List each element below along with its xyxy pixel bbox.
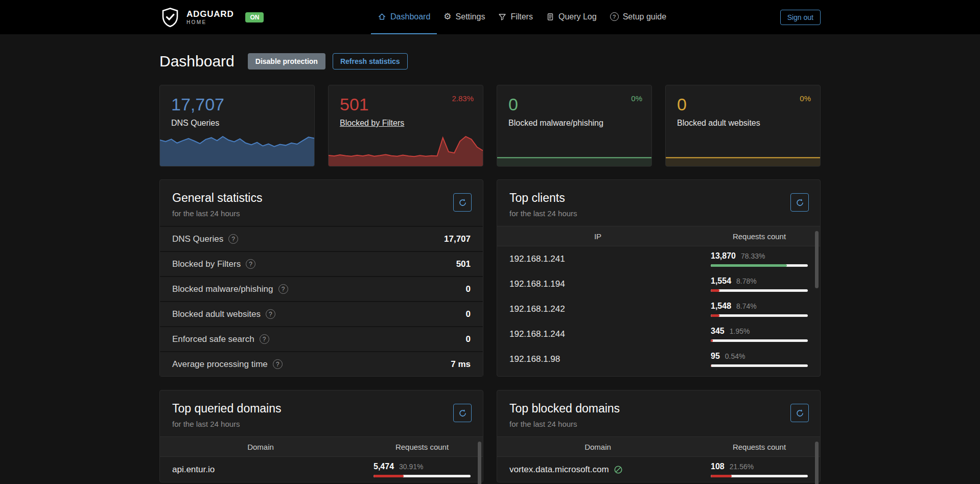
refresh-statistics-button[interactable]: Refresh statistics [333, 53, 408, 70]
stat-value: 0 [497, 85, 651, 113]
progress-bar [374, 475, 471, 477]
stat-row-value: 7 ms [451, 359, 471, 370]
scrollbar-thumb[interactable] [478, 442, 481, 484]
domain-name: vortex.data.microsoft.com [509, 465, 609, 475]
client-ip: 192.168.1.98 [509, 354, 711, 364]
stat-row: DNS Queries? 17,707 [160, 226, 483, 251]
disable-protection-button[interactable]: Disable protection [248, 53, 325, 70]
page-title: Dashboard [159, 53, 235, 70]
scrollbar-thumb[interactable] [815, 442, 819, 484]
sparkline-chart [160, 134, 314, 166]
nav-item-dashboard[interactable]: Dashboard [371, 0, 437, 34]
table-row: api.entur.io 5,474 30.91% [160, 457, 483, 482]
nav-links: Dashboard ⚙ Settings Filters Query Log [264, 0, 780, 34]
stat-row-label: DNS Queries [172, 234, 223, 244]
card-title: Top queried domains [172, 402, 471, 416]
sparkline-chart [666, 134, 820, 166]
brand-name: ADGUARD [186, 10, 234, 18]
stat-label: DNS Queries [160, 113, 314, 128]
refresh-card-button[interactable] [453, 193, 472, 212]
refresh-icon [796, 198, 804, 207]
card-subtitle: for the last 24 hours [509, 209, 808, 218]
domain-name: api.entur.io [172, 465, 215, 475]
refresh-icon [458, 409, 467, 418]
help-icon[interactable]: ? [228, 234, 238, 244]
refresh-card-button[interactable] [790, 193, 809, 212]
stat-row-label: Enforced safe search [172, 334, 254, 344]
stat-row-label: Average processing time [172, 359, 268, 370]
brand-sub: HOME [186, 20, 234, 25]
nav-item-filters[interactable]: Filters [492, 0, 540, 34]
brand-logo[interactable]: ADGUARD HOME ON [159, 7, 264, 28]
column-header-domain: Domain [497, 443, 698, 451]
sign-out-button[interactable]: Sign out [780, 10, 821, 25]
stat-label-link[interactable]: Blocked by Filters [329, 113, 404, 128]
help-icon[interactable]: ? [266, 309, 275, 319]
question-circle-icon: ? [610, 12, 619, 21]
card-title: Top clients [509, 191, 808, 205]
requests-percent: 30.91% [399, 463, 423, 471]
stat-row-value: 501 [456, 259, 471, 269]
help-icon[interactable]: ? [260, 334, 269, 344]
help-icon[interactable]: ? [278, 284, 288, 294]
table-header: Domain Requests count [160, 436, 483, 457]
progress-bar [711, 475, 808, 477]
requests-percent: 8.78% [736, 277, 757, 285]
stat-row-label: Blocked malware/phishing [172, 284, 273, 294]
navbar: ADGUARD HOME ON Dashboard ⚙ Settings Fil… [0, 0, 980, 34]
home-icon [378, 12, 386, 21]
client-ip: 192.168.1.242 [509, 304, 711, 314]
nav-label: Dashboard [390, 12, 430, 21]
help-icon[interactable]: ? [246, 259, 255, 269]
scrollbar-thumb[interactable] [815, 231, 819, 288]
stat-row-value: 0 [466, 309, 471, 319]
protection-on-badge: ON [245, 12, 264, 22]
stat-row: Blocked malware/phishing? 0 [160, 276, 483, 301]
progress-bar [711, 264, 808, 267]
nav-item-query-log[interactable]: Query Log [540, 0, 603, 34]
stat-row: Blocked by Filters? 501 [160, 251, 483, 276]
stat-row-value: 0 [466, 334, 471, 344]
top-clients-card: Top clients for the last 24 hours IP Req… [497, 179, 821, 377]
nav-item-settings[interactable]: ⚙ Settings [437, 0, 492, 34]
stat-row: Enforced safe search? 0 [160, 326, 483, 351]
general-statistics-card: General statistics for the last 24 hours… [159, 179, 483, 377]
stat-value: 0 [666, 85, 820, 113]
top-queried-domains-card: Top queried domains for the last 24 hour… [159, 390, 483, 482]
stat-row: Blocked adult websites? 0 [160, 301, 483, 326]
nav-item-setup-guide[interactable]: ? Setup guide [603, 0, 673, 34]
table-header: IP Requests count [497, 226, 820, 246]
column-header-count: Requests count [698, 443, 820, 451]
column-header-count: Requests count [698, 232, 820, 241]
client-ip: 192.168.1.241 [509, 254, 711, 264]
refresh-card-button[interactable] [453, 404, 472, 422]
help-icon[interactable]: ? [273, 359, 283, 369]
top-clients-table: 192.168.1.241 13,870 78.33% 192.168.1.19… [497, 246, 820, 372]
gear-icon: ⚙ [444, 12, 451, 21]
stat-percent: 2.83% [452, 94, 474, 103]
stat-row: Average processing time? 7 ms [160, 351, 483, 376]
requests-count: 1,554 [711, 276, 731, 286]
progress-bar [711, 339, 808, 342]
requests-percent: 0.54% [725, 352, 745, 360]
top-queried-domains-table: api.entur.io 5,474 30.91% [160, 457, 483, 482]
requests-count: 345 [711, 327, 725, 336]
stat-card-blocked-malware: 0% 0 Blocked malware/phishing [497, 85, 652, 167]
client-ip: 192.168.1.244 [509, 329, 711, 339]
table-row: 192.168.1.241 13,870 78.33% [497, 246, 820, 271]
column-header-domain: Domain [160, 443, 361, 451]
card-subtitle: for the last 24 hours [509, 420, 808, 428]
progress-bar [711, 289, 808, 292]
unblock-domain-icon[interactable] [614, 465, 623, 474]
stat-row-label: Blocked by Filters [172, 259, 241, 269]
stat-card-blocked-adult: 0% 0 Blocked adult websites [665, 85, 821, 167]
general-statistics-table: DNS Queries? 17,707 Blocked by Filters? … [160, 226, 483, 376]
requests-count: 13,870 [711, 251, 736, 261]
refresh-card-button[interactable] [790, 404, 809, 422]
nav-label: Settings [456, 12, 485, 21]
stat-card-dns-queries: 17,707 DNS Queries [159, 85, 315, 167]
requests-count: 95 [711, 352, 720, 361]
stat-value: 17,707 [160, 85, 314, 113]
requests-count: 5,474 [374, 462, 394, 471]
stat-row-label: Blocked adult websites [172, 309, 261, 319]
